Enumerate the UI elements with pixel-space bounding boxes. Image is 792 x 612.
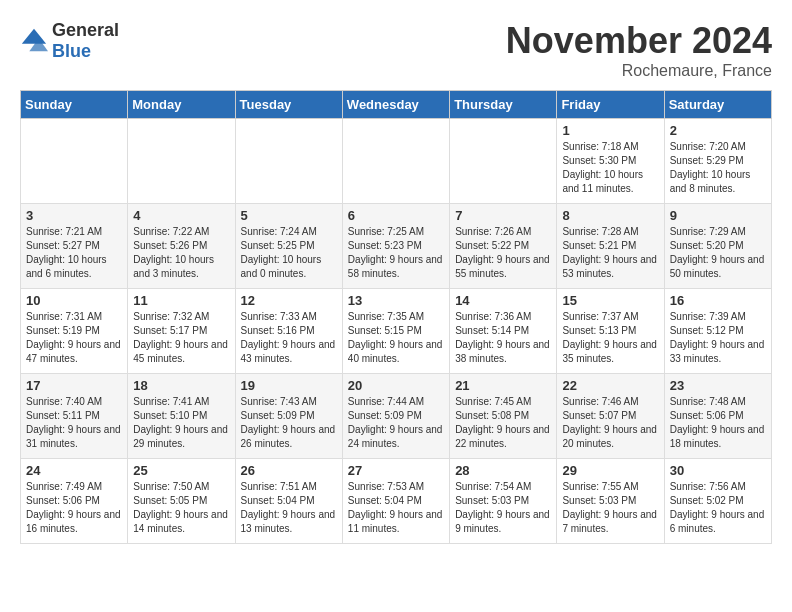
logo: General Blue: [20, 20, 119, 62]
calendar-cell: 18Sunrise: 7:41 AM Sunset: 5:10 PM Dayli…: [128, 374, 235, 459]
header-day-monday: Monday: [128, 91, 235, 119]
day-number: 27: [348, 463, 444, 478]
day-number: 19: [241, 378, 337, 393]
calendar-body: 1Sunrise: 7:18 AM Sunset: 5:30 PM Daylig…: [21, 119, 772, 544]
header: General Blue November 2024 Rochemaure, F…: [20, 20, 772, 80]
week-row-4: 24Sunrise: 7:49 AM Sunset: 5:06 PM Dayli…: [21, 459, 772, 544]
calendar-cell: 17Sunrise: 7:40 AM Sunset: 5:11 PM Dayli…: [21, 374, 128, 459]
logo-general-text: General: [52, 20, 119, 40]
week-row-0: 1Sunrise: 7:18 AM Sunset: 5:30 PM Daylig…: [21, 119, 772, 204]
day-info: Sunrise: 7:50 AM Sunset: 5:05 PM Dayligh…: [133, 480, 229, 536]
calendar-cell: [21, 119, 128, 204]
day-number: 6: [348, 208, 444, 223]
day-number: 29: [562, 463, 658, 478]
header-day-tuesday: Tuesday: [235, 91, 342, 119]
week-row-1: 3Sunrise: 7:21 AM Sunset: 5:27 PM Daylig…: [21, 204, 772, 289]
day-info: Sunrise: 7:41 AM Sunset: 5:10 PM Dayligh…: [133, 395, 229, 451]
calendar-cell: 24Sunrise: 7:49 AM Sunset: 5:06 PM Dayli…: [21, 459, 128, 544]
calendar-subtitle: Rochemaure, France: [506, 62, 772, 80]
day-number: 20: [348, 378, 444, 393]
day-info: Sunrise: 7:32 AM Sunset: 5:17 PM Dayligh…: [133, 310, 229, 366]
calendar-cell: 13Sunrise: 7:35 AM Sunset: 5:15 PM Dayli…: [342, 289, 449, 374]
svg-marker-0: [22, 29, 46, 44]
day-number: 18: [133, 378, 229, 393]
week-row-3: 17Sunrise: 7:40 AM Sunset: 5:11 PM Dayli…: [21, 374, 772, 459]
day-info: Sunrise: 7:29 AM Sunset: 5:20 PM Dayligh…: [670, 225, 766, 281]
day-number: 12: [241, 293, 337, 308]
day-number: 24: [26, 463, 122, 478]
day-info: Sunrise: 7:35 AM Sunset: 5:15 PM Dayligh…: [348, 310, 444, 366]
day-number: 10: [26, 293, 122, 308]
day-info: Sunrise: 7:53 AM Sunset: 5:04 PM Dayligh…: [348, 480, 444, 536]
calendar-cell: 4Sunrise: 7:22 AM Sunset: 5:26 PM Daylig…: [128, 204, 235, 289]
calendar-cell: 25Sunrise: 7:50 AM Sunset: 5:05 PM Dayli…: [128, 459, 235, 544]
day-info: Sunrise: 7:28 AM Sunset: 5:21 PM Dayligh…: [562, 225, 658, 281]
day-number: 28: [455, 463, 551, 478]
calendar-cell: 2Sunrise: 7:20 AM Sunset: 5:29 PM Daylig…: [664, 119, 771, 204]
day-info: Sunrise: 7:25 AM Sunset: 5:23 PM Dayligh…: [348, 225, 444, 281]
calendar-cell: 30Sunrise: 7:56 AM Sunset: 5:02 PM Dayli…: [664, 459, 771, 544]
day-number: 1: [562, 123, 658, 138]
day-info: Sunrise: 7:51 AM Sunset: 5:04 PM Dayligh…: [241, 480, 337, 536]
day-number: 22: [562, 378, 658, 393]
header-day-thursday: Thursday: [450, 91, 557, 119]
calendar-cell: 9Sunrise: 7:29 AM Sunset: 5:20 PM Daylig…: [664, 204, 771, 289]
day-info: Sunrise: 7:18 AM Sunset: 5:30 PM Dayligh…: [562, 140, 658, 196]
calendar-header: SundayMondayTuesdayWednesdayThursdayFrid…: [21, 91, 772, 119]
title-area: November 2024 Rochemaure, France: [506, 20, 772, 80]
calendar-cell: 20Sunrise: 7:44 AM Sunset: 5:09 PM Dayli…: [342, 374, 449, 459]
day-number: 15: [562, 293, 658, 308]
day-info: Sunrise: 7:20 AM Sunset: 5:29 PM Dayligh…: [670, 140, 766, 196]
header-row: SundayMondayTuesdayWednesdayThursdayFrid…: [21, 91, 772, 119]
day-info: Sunrise: 7:24 AM Sunset: 5:25 PM Dayligh…: [241, 225, 337, 281]
calendar-table: SundayMondayTuesdayWednesdayThursdayFrid…: [20, 90, 772, 544]
day-number: 14: [455, 293, 551, 308]
day-number: 26: [241, 463, 337, 478]
header-day-wednesday: Wednesday: [342, 91, 449, 119]
calendar-cell: 5Sunrise: 7:24 AM Sunset: 5:25 PM Daylig…: [235, 204, 342, 289]
day-number: 7: [455, 208, 551, 223]
calendar-cell: 15Sunrise: 7:37 AM Sunset: 5:13 PM Dayli…: [557, 289, 664, 374]
week-row-2: 10Sunrise: 7:31 AM Sunset: 5:19 PM Dayli…: [21, 289, 772, 374]
calendar-cell: 27Sunrise: 7:53 AM Sunset: 5:04 PM Dayli…: [342, 459, 449, 544]
day-number: 11: [133, 293, 229, 308]
day-info: Sunrise: 7:55 AM Sunset: 5:03 PM Dayligh…: [562, 480, 658, 536]
calendar-cell: 3Sunrise: 7:21 AM Sunset: 5:27 PM Daylig…: [21, 204, 128, 289]
calendar-cell: [128, 119, 235, 204]
day-info: Sunrise: 7:56 AM Sunset: 5:02 PM Dayligh…: [670, 480, 766, 536]
day-number: 16: [670, 293, 766, 308]
calendar-cell: 6Sunrise: 7:25 AM Sunset: 5:23 PM Daylig…: [342, 204, 449, 289]
day-number: 3: [26, 208, 122, 223]
calendar-cell: 10Sunrise: 7:31 AM Sunset: 5:19 PM Dayli…: [21, 289, 128, 374]
calendar-cell: [450, 119, 557, 204]
day-number: 25: [133, 463, 229, 478]
day-info: Sunrise: 7:39 AM Sunset: 5:12 PM Dayligh…: [670, 310, 766, 366]
day-number: 30: [670, 463, 766, 478]
day-info: Sunrise: 7:49 AM Sunset: 5:06 PM Dayligh…: [26, 480, 122, 536]
calendar-cell: 28Sunrise: 7:54 AM Sunset: 5:03 PM Dayli…: [450, 459, 557, 544]
day-info: Sunrise: 7:44 AM Sunset: 5:09 PM Dayligh…: [348, 395, 444, 451]
day-info: Sunrise: 7:43 AM Sunset: 5:09 PM Dayligh…: [241, 395, 337, 451]
day-info: Sunrise: 7:40 AM Sunset: 5:11 PM Dayligh…: [26, 395, 122, 451]
day-info: Sunrise: 7:31 AM Sunset: 5:19 PM Dayligh…: [26, 310, 122, 366]
day-number: 8: [562, 208, 658, 223]
logo-blue-text: Blue: [52, 41, 91, 61]
day-number: 5: [241, 208, 337, 223]
calendar-cell: 16Sunrise: 7:39 AM Sunset: 5:12 PM Dayli…: [664, 289, 771, 374]
day-info: Sunrise: 7:37 AM Sunset: 5:13 PM Dayligh…: [562, 310, 658, 366]
day-info: Sunrise: 7:46 AM Sunset: 5:07 PM Dayligh…: [562, 395, 658, 451]
logo-icon: [20, 27, 48, 55]
calendar-cell: 14Sunrise: 7:36 AM Sunset: 5:14 PM Dayli…: [450, 289, 557, 374]
day-info: Sunrise: 7:45 AM Sunset: 5:08 PM Dayligh…: [455, 395, 551, 451]
day-number: 2: [670, 123, 766, 138]
calendar-cell: [235, 119, 342, 204]
day-info: Sunrise: 7:48 AM Sunset: 5:06 PM Dayligh…: [670, 395, 766, 451]
header-day-sunday: Sunday: [21, 91, 128, 119]
calendar-title: November 2024: [506, 20, 772, 62]
day-info: Sunrise: 7:22 AM Sunset: 5:26 PM Dayligh…: [133, 225, 229, 281]
header-day-friday: Friday: [557, 91, 664, 119]
day-info: Sunrise: 7:21 AM Sunset: 5:27 PM Dayligh…: [26, 225, 122, 281]
day-info: Sunrise: 7:36 AM Sunset: 5:14 PM Dayligh…: [455, 310, 551, 366]
calendar-cell: 19Sunrise: 7:43 AM Sunset: 5:09 PM Dayli…: [235, 374, 342, 459]
calendar-cell: 12Sunrise: 7:33 AM Sunset: 5:16 PM Dayli…: [235, 289, 342, 374]
